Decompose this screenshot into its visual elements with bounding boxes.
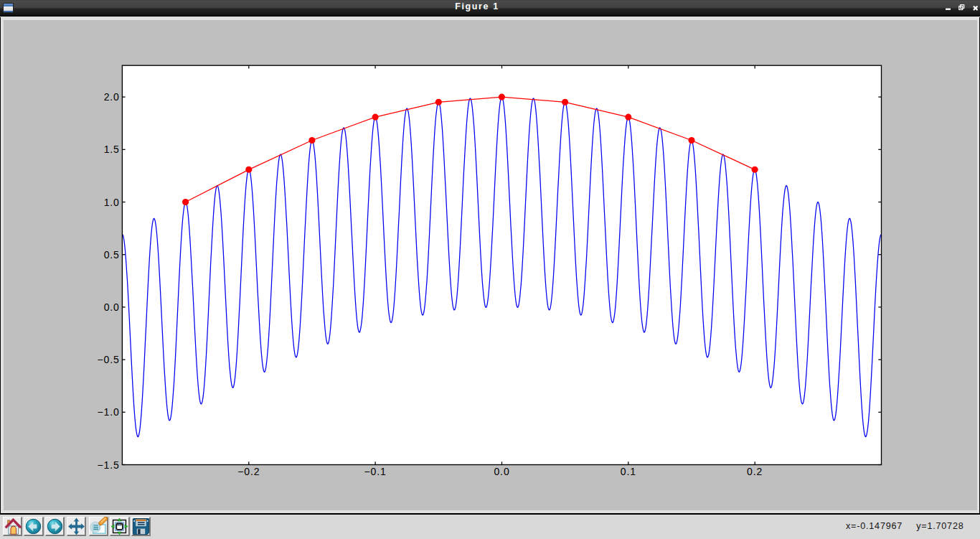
svg-text:−0.1: −0.1: [364, 466, 386, 477]
svg-text:−1.0: −1.0: [98, 406, 120, 418]
svg-text:0.2: 0.2: [747, 466, 763, 477]
svg-text:2.0: 2.0: [104, 91, 120, 103]
svg-text:0.0: 0.0: [494, 466, 509, 477]
svg-text:0.0: 0.0: [104, 301, 120, 313]
svg-text:−0.5: −0.5: [98, 354, 120, 365]
svg-text:1.5: 1.5: [104, 144, 120, 155]
svg-text:−0.2: −0.2: [237, 466, 260, 477]
svg-text:1.0: 1.0: [104, 197, 120, 208]
svg-text:−1.5: −1.5: [98, 459, 120, 471]
svg-text:0.5: 0.5: [104, 249, 120, 261]
svg-text:0.1: 0.1: [621, 466, 636, 477]
